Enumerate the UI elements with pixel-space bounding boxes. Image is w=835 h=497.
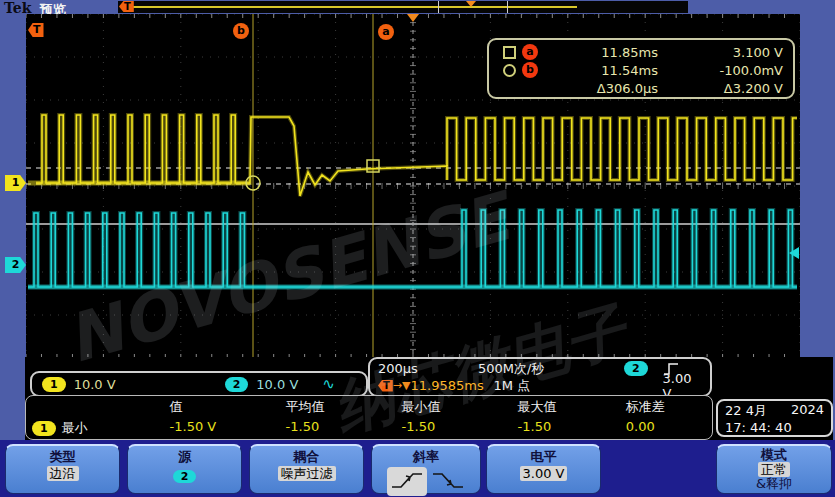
cursor-b-value: -100.0mV: [658, 63, 783, 78]
cursor-a-square-icon: [503, 46, 516, 59]
menu-type-title: 类型: [6, 448, 119, 466]
record-preview-bar: T: [118, 1, 688, 13]
menu-slope-title: 斜率: [372, 448, 480, 466]
time-label: 17: 44: 40: [725, 420, 792, 435]
date-label: 22 4月: [725, 402, 767, 420]
trigger-t-icon-small: T: [378, 380, 393, 392]
menu-button-coupling[interactable]: 耦合 噪声过滤: [249, 444, 364, 494]
ch2-ac-coupling-icon: ∿: [322, 375, 335, 393]
menu-coupling-title: 耦合: [250, 448, 363, 466]
menu-button-slope[interactable]: 斜率: [371, 444, 481, 494]
meas-col-header: 标准差: [604, 398, 712, 416]
window-bracket-right: [507, 1, 508, 13]
cursor-b-circle-icon: [503, 64, 516, 77]
cursor-a-badge[interactable]: a: [378, 24, 394, 40]
cursor-b-badge[interactable]: b: [233, 23, 249, 39]
measurement-table: 值 平均值 最小值 最大值 标准差 1 最小 -1.50 V -1.50 -1.…: [25, 395, 713, 440]
cursor-a-badge-small: a: [522, 44, 538, 60]
meas-col-header: 最大值: [496, 398, 604, 416]
meas-max: -1.50: [496, 419, 604, 437]
cursor-delta-value: Δ3.200 V: [658, 81, 783, 96]
menu-level-title: 电平: [487, 448, 600, 466]
channel-scale-box: 1 10.0 V 2 10.0 V ∿: [30, 371, 368, 397]
year-label: 2024: [791, 402, 824, 420]
ch1-badge[interactable]: 1: [42, 377, 66, 392]
menu-mode-title: 模式: [717, 448, 831, 462]
cursor-a-time: 11.85ms: [538, 45, 658, 60]
cursor-delta-time: Δ306.0μs: [538, 81, 658, 96]
record-length: 1M 点: [494, 377, 607, 395]
oscilloscope-screen: Tek 预览 T T b a 1 2 a 11.85ms 3.100 V b 1…: [0, 0, 835, 497]
sample-rate: 500M次/秒: [478, 360, 608, 378]
menu-source-title: 源: [128, 448, 241, 466]
trigger-position-time: 11.9585ms: [411, 378, 483, 393]
cursor-readout-box: a 11.85ms 3.100 V b 11.54ms -100.0mV Δ30…: [487, 38, 795, 99]
cursor-a-value: 3.100 V: [658, 45, 783, 60]
menu-button-source[interactable]: 源 2: [127, 444, 242, 494]
menu-source-badge: 2: [173, 470, 197, 483]
meas-col-header: 平均值: [264, 398, 380, 416]
ch2-ground-marker[interactable]: 2: [5, 257, 26, 273]
meas-mean: -1.50: [264, 419, 380, 437]
menu-button-type[interactable]: 类型 边沿: [5, 444, 120, 494]
ch2-badge[interactable]: 2: [225, 377, 249, 392]
ch2-scale: 10.0 V: [256, 377, 314, 392]
menu-level-value: 3.00 V: [520, 466, 568, 481]
ch1-scale: 10.0 V: [74, 377, 144, 392]
datetime-box: 22 4月 2024 17: 44: 40: [716, 399, 833, 437]
menu-mode-value: 正常: [758, 462, 790, 477]
meas-col-header: 值: [148, 398, 264, 416]
meas-ch1-badge: 1: [32, 421, 56, 436]
falling-slope-icon[interactable]: [431, 479, 465, 494]
trigger-source-badge: 2: [624, 361, 648, 376]
timebase-trigger-box: 200μs 500M次/秒 2 T →▼ 11.9585ms 1M 点 3.00…: [368, 357, 712, 397]
record-waveform-line: [130, 6, 577, 8]
meas-min: -1.50: [380, 419, 496, 437]
cursor-b-badge-small: b: [522, 62, 538, 78]
timebase-scale: 200μs: [378, 361, 478, 376]
trigger-level-arrow-icon[interactable]: [789, 247, 799, 259]
meas-stddev: 0.00: [604, 419, 712, 437]
menu-button-mode[interactable]: 模式 正常 &释抑: [716, 444, 832, 494]
cursor-b-time: 11.54ms: [538, 63, 658, 78]
window-bracket-left: [438, 1, 439, 13]
ch1-ground-marker[interactable]: 1: [5, 175, 26, 191]
meas-row-label: 最小: [62, 419, 88, 437]
menu-mode-value2: &释抑: [717, 477, 831, 491]
menu-type-value: 边沿: [47, 466, 79, 481]
trigger-arrow-icons: →▼: [393, 379, 411, 392]
menu-button-level[interactable]: 电平 3.00 V: [486, 444, 601, 494]
meas-value: -1.50 V: [148, 419, 264, 437]
trigger-position-icon: [466, 1, 476, 7]
trigger-t-icon: T: [119, 1, 134, 12]
rising-slope-icon[interactable]: [387, 467, 427, 496]
meas-col-header: 最小值: [380, 398, 496, 416]
menu-coupling-value: 噪声过滤: [278, 466, 336, 481]
